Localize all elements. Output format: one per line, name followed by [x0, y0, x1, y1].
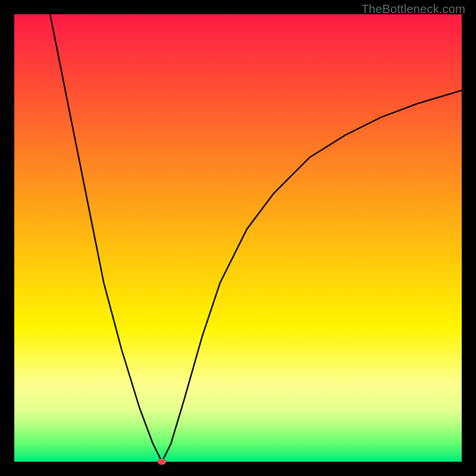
bottleneck-marker — [158, 459, 166, 465]
curve-right-branch — [162, 90, 462, 462]
plot-area — [14, 14, 462, 462]
watermark-text: TheBottleneck.com — [361, 2, 465, 16]
curve-left-branch — [50, 14, 162, 462]
curve-layer — [14, 14, 462, 462]
chart-frame: TheBottleneck.com — [0, 0, 476, 476]
